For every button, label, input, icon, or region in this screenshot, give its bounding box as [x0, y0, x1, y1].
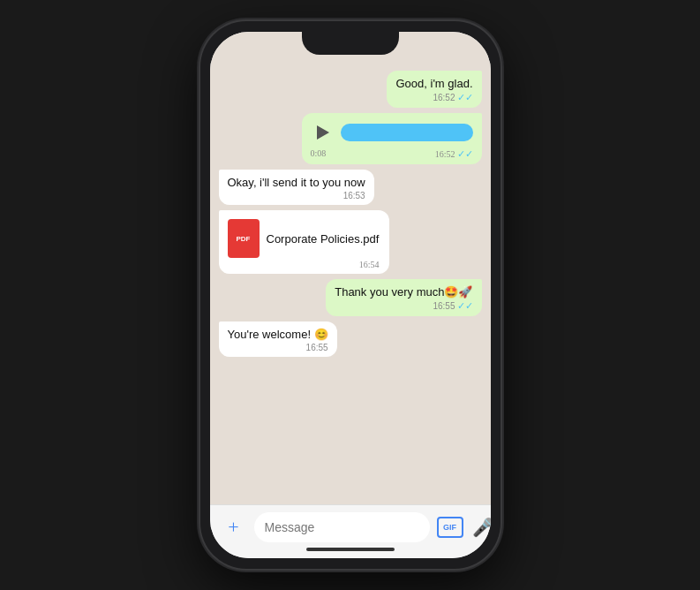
thank-you-bubble: Thank you very much🤩🚀 16:55 ✓✓ [326, 279, 481, 316]
message-bubble-sent: Good, i'm glad. 16:52 ✓✓ [387, 71, 481, 108]
message-text: Good, i'm glad. [395, 77, 472, 90]
gif-label: GIF [443, 523, 456, 532]
pdf-message-row: PDF Corporate Policies.pdf 16:54 [219, 210, 482, 274]
play-button[interactable] [311, 120, 335, 145]
welcome-row: You're welcome! 😊 16:55 [219, 321, 482, 357]
plus-icon: + [228, 516, 238, 539]
pdf-time: 16:54 [228, 260, 380, 269]
message-text: Thank you very much🤩🚀 [335, 285, 472, 299]
message-input[interactable] [254, 512, 430, 542]
phone-screen: Good, i'm glad. 16:52 ✓✓ [210, 32, 491, 558]
add-attachment-button[interactable]: + [221, 514, 247, 541]
voice-message-row: 0:08 16:52 ✓✓ [219, 113, 482, 164]
voice-bubble: 0:08 16:52 ✓✓ [302, 113, 482, 164]
chat-area: Good, i'm glad. 16:52 ✓✓ [210, 32, 491, 504]
message-row: Good, i'm glad. 16:52 ✓✓ [219, 71, 482, 108]
voice-footer: 0:08 16:52 ✓✓ [311, 147, 473, 160]
phone-device: Good, i'm glad. 16:52 ✓✓ [200, 21, 501, 569]
voice-read-receipt-icon: ✓✓ [457, 148, 473, 160]
gif-button[interactable]: GIF [437, 517, 463, 538]
thank-you-row: Thank you very much🤩🚀 16:55 ✓✓ [219, 279, 482, 316]
microphone-icon: 🎤 [472, 517, 491, 538]
phone-notch [302, 32, 399, 55]
voice-time: 16:52 ✓✓ [435, 148, 473, 160]
pdf-row: PDF Corporate Policies.pdf [228, 219, 380, 258]
message-time: 16:55 ✓✓ [335, 300, 472, 312]
read-receipt-icon: ✓✓ [457, 300, 473, 312]
message-text: You're welcome! 😊 [228, 328, 328, 341]
welcome-bubble: You're welcome! 😊 16:55 [219, 321, 337, 357]
message-time: 16:52 ✓✓ [395, 92, 472, 103]
voice-player [311, 120, 473, 145]
read-receipt-icon: ✓✓ [457, 92, 473, 103]
pdf-icon: PDF [228, 219, 260, 258]
message-time: 16:55 [228, 343, 328, 352]
home-indicator [306, 548, 395, 551]
message-bubble-received: Okay, i'll send it to you now 16:53 [219, 170, 374, 205]
message-row-received: Okay, i'll send it to you now 16:53 [219, 170, 482, 205]
message-text: Okay, i'll send it to you now [228, 176, 365, 189]
microphone-button[interactable]: 🎤 [470, 514, 491, 541]
play-triangle-icon [317, 125, 329, 140]
pdf-filename: Corporate Policies.pdf [267, 232, 380, 246]
voice-duration: 0:08 [311, 148, 327, 158]
voice-waveform [341, 124, 473, 141]
pdf-bubble[interactable]: PDF Corporate Policies.pdf 16:54 [219, 210, 390, 274]
message-time: 16:53 [228, 191, 365, 200]
